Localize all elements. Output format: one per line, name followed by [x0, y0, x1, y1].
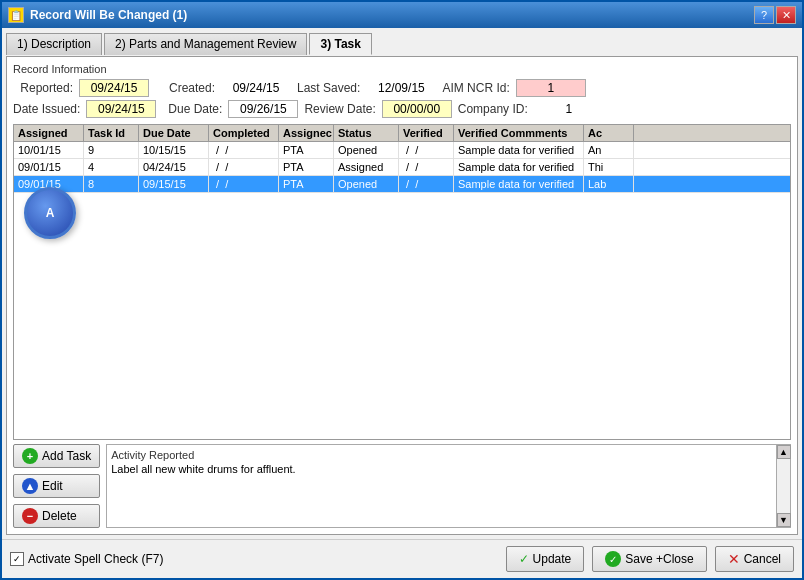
company-id-label: Company ID:: [458, 102, 528, 116]
scroll-down-button[interactable]: ▼: [777, 513, 791, 527]
cell-verified: / /: [399, 142, 454, 158]
table-row[interactable]: 09/01/15 4 04/24/15 / / PTA Assigned / /…: [14, 159, 790, 176]
tab-task[interactable]: 3) Task: [309, 33, 371, 55]
edit-button[interactable]: ▲ Edit: [13, 474, 100, 498]
cell-completed: / /: [209, 176, 279, 192]
activity-text: Label all new white drums for affluent.: [111, 463, 772, 475]
cell-vercomments: Sample data for verified: [454, 176, 584, 192]
col-header-taskid: Task Id: [84, 125, 139, 141]
col-header-ac: Ac: [584, 125, 634, 141]
reported-label: Reported:: [13, 81, 73, 95]
last-saved-label: Last Saved:: [297, 81, 360, 95]
aim-ncr-field[interactable]: 1: [516, 79, 586, 97]
scrollbar: ▲ ▼: [776, 445, 790, 527]
cell-duedate: 04/24/15: [139, 159, 209, 175]
created-label: Created:: [155, 81, 215, 95]
col-header-assignee: Assignec: [279, 125, 334, 141]
due-date-label: Due Date:: [162, 102, 222, 116]
cell-taskid: 9: [84, 142, 139, 158]
activity-section: Activity Reported Label all new white dr…: [106, 444, 791, 528]
bottom-section: + Add Task ▲ Edit − Delete: [13, 444, 791, 528]
info-row-1: Reported: 09/24/15 Created: 09/24/15 Las…: [13, 79, 791, 97]
cell-duedate: 09/15/15: [139, 176, 209, 192]
col-header-completed: Completed: [209, 125, 279, 141]
last-saved-value: 12/09/15: [366, 80, 436, 96]
save-check-icon: ✓: [605, 551, 621, 567]
title-bar-buttons: ? ✕: [754, 6, 796, 24]
task-grid: Assigned Task Id Due Date Completed Assi…: [13, 124, 791, 440]
cell-taskid: 4: [84, 159, 139, 175]
company-id-value: 1: [534, 101, 604, 117]
record-info-label: Record Information: [13, 63, 791, 75]
due-date-field[interactable]: 09/26/15: [228, 100, 298, 118]
window-content: 1) Description 2) Parts and Management R…: [2, 28, 802, 539]
tab-parts[interactable]: 2) Parts and Management Review: [104, 33, 307, 55]
help-button[interactable]: ?: [754, 6, 774, 24]
title-bar: 📋 Record Will Be Changed (1) ? ✕: [2, 2, 802, 28]
bottom-content-row: + Add Task ▲ Edit − Delete: [13, 444, 791, 528]
add-icon: +: [22, 448, 38, 464]
table-row[interactable]: 09/01/15 8 09/15/15 / / PTA Opened / / S…: [14, 176, 790, 193]
cancel-x-icon: ✕: [728, 551, 740, 567]
main-window: 📋 Record Will Be Changed (1) ? ✕ 1) Desc…: [0, 0, 804, 580]
footer-left: ✓ Activate Spell Check (F7): [10, 552, 163, 566]
cell-vercomments: Sample data for verified: [454, 142, 584, 158]
info-row-2: Date Issued: 09/24/15 Due Date: 09/26/15…: [13, 100, 791, 118]
add-task-button[interactable]: + Add Task: [13, 444, 100, 468]
cell-assignee: PTA: [279, 142, 334, 158]
spell-check-checkbox[interactable]: ✓: [10, 552, 24, 566]
tab-description[interactable]: 1) Description: [6, 33, 102, 55]
grid-header: Assigned Task Id Due Date Completed Assi…: [14, 125, 790, 142]
table-row[interactable]: 10/01/15 9 10/15/15 / / PTA Opened / / S…: [14, 142, 790, 159]
window-icon: 📋: [8, 7, 24, 23]
cell-assignee: PTA: [279, 176, 334, 192]
close-button[interactable]: ✕: [776, 6, 796, 24]
cell-ac: Lab: [584, 176, 634, 192]
created-value: 09/24/15: [221, 80, 291, 96]
footer-buttons: ✓ Update ✓ Save +Close ✕ Cancel: [506, 546, 794, 572]
footer: ✓ Activate Spell Check (F7) ✓ Update ✓ S…: [2, 539, 802, 578]
avatar-a: A: [24, 187, 76, 239]
delete-icon: −: [22, 508, 38, 524]
cell-assignee: PTA: [279, 159, 334, 175]
col-header-status: Status: [334, 125, 399, 141]
cancel-button[interactable]: ✕ Cancel: [715, 546, 794, 572]
update-button[interactable]: ✓ Update: [506, 546, 585, 572]
record-info-section: Record Information Reported: 09/24/15 Cr…: [13, 63, 791, 118]
review-date-field[interactable]: 00/00/00: [382, 100, 452, 118]
tab-bar: 1) Description 2) Parts and Management R…: [6, 32, 798, 54]
cell-assigned: 10/01/15: [14, 142, 84, 158]
cell-status: Opened: [334, 176, 399, 192]
aim-ncr-label: AIM NCR Id:: [442, 81, 509, 95]
cell-status: Assigned: [334, 159, 399, 175]
cell-completed: / /: [209, 142, 279, 158]
col-header-duedate: Due Date: [139, 125, 209, 141]
action-buttons: + Add Task ▲ Edit − Delete: [13, 444, 100, 528]
cell-ac: An: [584, 142, 634, 158]
cell-taskid: 8: [84, 176, 139, 192]
date-issued-field[interactable]: 09/24/15: [86, 100, 156, 118]
col-header-vercomments: Verified Commments: [454, 125, 584, 141]
update-check-icon: ✓: [519, 552, 529, 566]
cell-ac: Thi: [584, 159, 634, 175]
grid-body: 10/01/15 9 10/15/15 / / PTA Opened / / S…: [14, 142, 790, 439]
reported-field[interactable]: 09/24/15: [79, 79, 149, 97]
cell-completed: / /: [209, 159, 279, 175]
edit-icon: ▲: [22, 478, 38, 494]
cell-verified: / /: [399, 159, 454, 175]
window-title: Record Will Be Changed (1): [30, 8, 187, 22]
cell-vercomments: Sample data for verified: [454, 159, 584, 175]
cell-verified: / /: [399, 176, 454, 192]
activity-label: Activity Reported: [111, 449, 772, 461]
tab-task-content: Record Information Reported: 09/24/15 Cr…: [6, 56, 798, 535]
save-close-button[interactable]: ✓ Save +Close: [592, 546, 706, 572]
spell-check-label: Activate Spell Check (F7): [28, 552, 163, 566]
col-header-assigned: Assigned: [14, 125, 84, 141]
review-date-label: Review Date:: [304, 102, 375, 116]
cell-duedate: 10/15/15: [139, 142, 209, 158]
delete-button[interactable]: − Delete: [13, 504, 100, 528]
date-issued-label: Date Issued:: [13, 102, 80, 116]
scroll-up-button[interactable]: ▲: [777, 445, 791, 459]
cell-status: Opened: [334, 142, 399, 158]
title-bar-left: 📋 Record Will Be Changed (1): [8, 7, 187, 23]
